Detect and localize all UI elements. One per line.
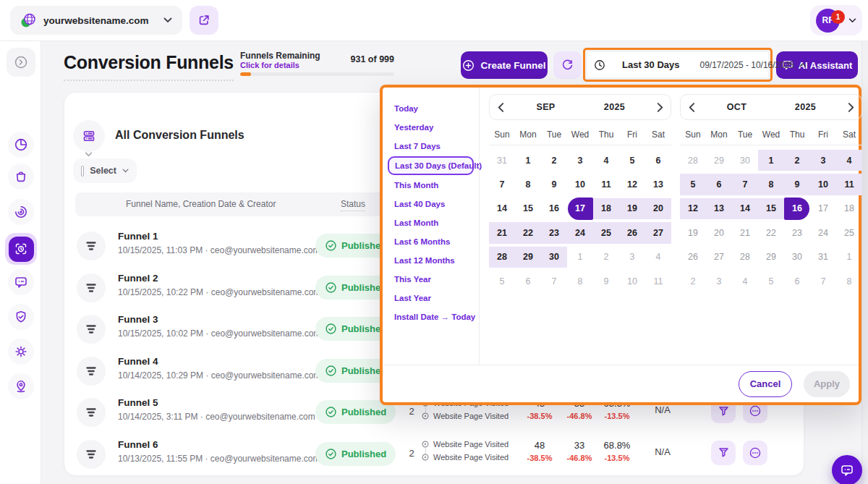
day-cell[interactable]: 17 (567, 197, 593, 221)
day-cell[interactable]: 27 (645, 221, 671, 245)
create-funnel-button[interactable]: Create Funnel (461, 51, 548, 79)
preset-this-month[interactable]: This Month (383, 176, 479, 195)
calendar-year-label[interactable]: 2025 (771, 102, 840, 112)
day-cell[interactable]: 28 (680, 148, 706, 172)
refresh-button[interactable] (553, 51, 582, 79)
day-cell[interactable]: 9 (593, 269, 619, 293)
day-cell[interactable]: 2 (593, 245, 619, 269)
day-cell[interactable]: 5 (680, 172, 706, 196)
sidebar-item-analytics[interactable] (8, 132, 34, 158)
day-cell[interactable]: 1 (515, 148, 541, 172)
day-cell[interactable]: 25 (836, 221, 862, 245)
day-cell[interactable]: 8 (758, 172, 784, 196)
day-cell[interactable]: 21 (732, 221, 758, 245)
calendar-month-label[interactable]: SEP (511, 102, 580, 112)
select-checkbox[interactable] (81, 166, 84, 177)
day-cell[interactable]: 5 (758, 269, 784, 293)
day-cell[interactable]: 11 (645, 269, 671, 293)
day-cell[interactable]: 26 (680, 245, 706, 269)
day-cell[interactable]: 18 (593, 197, 619, 221)
day-cell[interactable]: 15 (758, 197, 784, 221)
day-cell[interactable]: 24 (810, 221, 836, 245)
preset-this-year[interactable]: This Year (383, 270, 479, 289)
day-cell[interactable]: 25 (593, 221, 619, 245)
day-cell[interactable]: 10 (619, 269, 645, 293)
day-cell[interactable]: 13 (706, 197, 732, 221)
preset-last-12-months[interactable]: Last 12 Months (383, 251, 479, 270)
day-cell[interactable]: 6 (515, 269, 541, 293)
day-cell[interactable]: 2 (784, 148, 810, 172)
sidebar-collapse-button[interactable] (7, 48, 35, 77)
preset-today[interactable]: Today (383, 99, 479, 118)
day-cell[interactable]: 31 (810, 245, 836, 269)
day-cell[interactable]: 27 (706, 245, 732, 269)
sidebar-item-funnels-active[interactable] (5, 233, 37, 265)
preset-last-6-months[interactable]: Last 6 Months (383, 232, 479, 251)
sidebar-item-store[interactable] (8, 164, 34, 190)
day-cell[interactable]: 4 (593, 148, 619, 172)
day-cell[interactable]: 10 (810, 172, 836, 196)
day-cell[interactable]: 1 (567, 245, 593, 269)
day-cell[interactable]: 16 (784, 197, 810, 221)
day-cell[interactable]: 23 (541, 221, 567, 245)
preset-yesterday[interactable]: Yesterday (383, 118, 479, 137)
day-cell[interactable]: 1 (836, 245, 862, 269)
column-status-header[interactable]: Status (341, 199, 365, 211)
preset-last-7-days[interactable]: Last 7 Days (383, 137, 479, 156)
day-cell[interactable]: 15 (515, 197, 541, 221)
day-cell[interactable]: 4 (836, 148, 862, 172)
calendar-year-label[interactable]: 2025 (580, 102, 649, 112)
row-more-button[interactable] (743, 441, 767, 465)
day-cell[interactable]: 30 (784, 245, 810, 269)
day-cell[interactable]: 8 (836, 269, 862, 293)
day-cell[interactable]: 29 (515, 245, 541, 269)
sidebar-item-settings[interactable] (8, 339, 34, 365)
day-cell[interactable]: 30 (732, 148, 758, 172)
day-cell[interactable]: 16 (541, 197, 567, 221)
day-cell[interactable]: 17 (810, 197, 836, 221)
day-cell[interactable]: 28 (489, 245, 515, 269)
support-chat-fab[interactable] (832, 455, 862, 484)
preset-install-date-today[interactable]: Install Date → Today (383, 307, 479, 326)
day-cell[interactable]: 3 (619, 245, 645, 269)
day-cell[interactable]: 8 (567, 269, 593, 293)
day-cell[interactable]: 19 (619, 197, 645, 221)
preset-last-40-days[interactable]: Last 40 Days (383, 195, 479, 213)
day-cell[interactable]: 7 (541, 269, 567, 293)
next-month-icon[interactable] (649, 103, 671, 112)
sidebar-item-sessions[interactable] (8, 199, 34, 225)
day-cell[interactable]: 2 (680, 269, 706, 293)
day-cell[interactable]: 26 (619, 221, 645, 245)
day-cell[interactable]: 3 (706, 269, 732, 293)
open-site-button[interactable] (190, 6, 218, 35)
day-cell[interactable]: 5 (619, 148, 645, 172)
day-cell[interactable]: 21 (489, 221, 515, 245)
day-cell[interactable]: 29 (758, 245, 784, 269)
sidebar-item-feedback[interactable] (8, 269, 34, 295)
day-cell[interactable]: 22 (515, 221, 541, 245)
day-cell[interactable]: 11 (593, 172, 619, 196)
prev-month-icon[interactable] (490, 103, 511, 112)
apply-button[interactable]: Apply (804, 371, 850, 397)
sidebar-item-privacy[interactable] (8, 304, 34, 330)
date-range-selector[interactable]: Last 30 Days 09/17/2025 - 10/16/2025 (587, 52, 768, 77)
day-cell[interactable]: 24 (567, 221, 593, 245)
select-dropdown[interactable]: Select (73, 158, 137, 183)
day-cell[interactable]: 13 (645, 172, 671, 196)
day-cell[interactable]: 5 (489, 269, 515, 293)
view-funnel-button[interactable] (711, 441, 736, 465)
user-menu[interactable]: RF 1 (810, 5, 862, 35)
preset-last-month[interactable]: Last Month (383, 213, 479, 232)
day-cell[interactable]: 4 (732, 269, 758, 293)
day-cell[interactable]: 20 (706, 221, 732, 245)
day-cell[interactable]: 14 (489, 197, 515, 221)
site-selector[interactable]: yourwebsitename.com (10, 6, 182, 35)
day-cell[interactable]: 20 (645, 197, 671, 221)
preset-last-30-days-default-[interactable]: Last 30 Days (Default) (388, 156, 474, 175)
day-cell[interactable]: 12 (619, 172, 645, 196)
day-cell[interactable]: 9 (784, 172, 810, 196)
next-month-icon[interactable] (840, 103, 861, 112)
day-cell[interactable]: 31 (489, 148, 515, 172)
funnel-table-row[interactable]: Funnel 610/13/2025, 11:55 PM · ceo@yourw… (64, 433, 805, 475)
day-cell[interactable]: 3 (567, 148, 593, 172)
